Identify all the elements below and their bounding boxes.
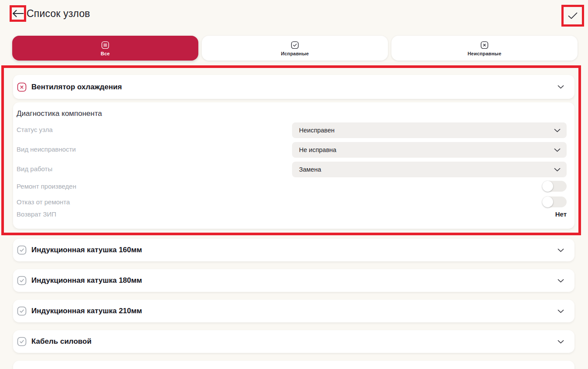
page-title: Список узлов bbox=[27, 8, 90, 20]
accordion-item-coil-160[interactable]: Индукционная катушка 160мм bbox=[13, 239, 574, 261]
x-square-icon bbox=[480, 41, 489, 50]
field-label-node-status: Статус узла bbox=[17, 126, 53, 133]
field-label-spare-return: Возврат ЗИП bbox=[17, 210, 56, 218]
chevron-down-icon bbox=[557, 248, 564, 252]
faulty-x-square-icon bbox=[17, 82, 27, 92]
repair-refused-toggle[interactable] bbox=[542, 196, 567, 207]
toggle-knob bbox=[542, 196, 553, 207]
chevron-down-icon bbox=[557, 279, 564, 283]
arrow-left-icon bbox=[12, 10, 24, 17]
check-square-icon bbox=[290, 41, 299, 50]
field-label-work-type: Вид работы bbox=[17, 165, 52, 173]
spare-return-value: Нет bbox=[555, 210, 567, 218]
fault-type-select[interactable]: Не исправна bbox=[292, 142, 567, 158]
item-title: Индукционная катушка 180мм bbox=[31, 276, 142, 285]
accordion-item-coil-210[interactable]: Индукционная катушка 210мм bbox=[13, 300, 574, 322]
filter-tabs: Все Исправные Неисправные bbox=[12, 36, 578, 61]
check-icon bbox=[568, 12, 578, 19]
field-label-repair-refused: Отказ от ремонта bbox=[17, 198, 70, 206]
chevron-down-icon bbox=[557, 309, 564, 313]
item-title: Вентилятор охлаждения bbox=[31, 83, 122, 91]
node-status-value: Неисправен bbox=[299, 127, 334, 134]
item-title: Индукционная катушка 210мм bbox=[31, 307, 142, 315]
work-type-value: Замена bbox=[299, 166, 321, 173]
tab-working-label: Исправные bbox=[281, 51, 309, 56]
node-status-select[interactable]: Неисправен bbox=[292, 122, 567, 138]
field-label-fault-type: Вид неисправности bbox=[17, 146, 76, 153]
list-square-icon bbox=[101, 41, 110, 50]
tab-all-label: Все bbox=[101, 51, 110, 56]
accordion-item-coil-180[interactable]: Индукционная катушка 180мм bbox=[13, 269, 574, 292]
node-list-screen: Список узлов Все Ис bbox=[0, 0, 588, 369]
field-label-repair-done: Ремонт произведен bbox=[17, 183, 76, 190]
chevron-down-icon bbox=[554, 129, 561, 132]
repair-done-toggle[interactable] bbox=[542, 181, 567, 192]
tab-working[interactable]: Исправные bbox=[202, 36, 388, 61]
tab-faulty-label: Неисправные bbox=[468, 51, 502, 56]
ok-check-square-icon bbox=[17, 336, 27, 347]
work-type-select[interactable]: Замена bbox=[292, 162, 567, 177]
tab-all[interactable]: Все bbox=[12, 36, 198, 61]
chevron-down-icon bbox=[557, 85, 564, 89]
accordion-item-power-cable[interactable]: Кабель силовой bbox=[13, 330, 574, 353]
item-title: Кабель силовой bbox=[31, 337, 92, 346]
confirm-button[interactable] bbox=[564, 7, 581, 24]
fault-type-value: Не исправна bbox=[299, 146, 336, 153]
diagnostics-panel: Диагностика компонента Статус узла Неисп… bbox=[13, 102, 574, 229]
chevron-down-icon bbox=[557, 340, 564, 344]
ok-check-square-icon bbox=[17, 306, 27, 316]
diagnostics-title: Диагностика компонента bbox=[17, 109, 102, 118]
item-title: Индукционная катушка 160мм bbox=[31, 246, 142, 254]
accordion-item-partial[interactable] bbox=[13, 361, 574, 369]
back-button[interactable] bbox=[11, 7, 25, 20]
chevron-down-icon bbox=[554, 148, 561, 152]
ok-check-square-icon bbox=[17, 245, 27, 255]
chevron-down-icon bbox=[554, 168, 561, 172]
toggle-knob bbox=[542, 181, 553, 192]
ok-check-square-icon bbox=[17, 275, 27, 286]
accordion-item-cooling-fan[interactable]: Вентилятор охлаждения bbox=[13, 75, 574, 99]
tab-faulty[interactable]: Неисправные bbox=[391, 36, 578, 61]
